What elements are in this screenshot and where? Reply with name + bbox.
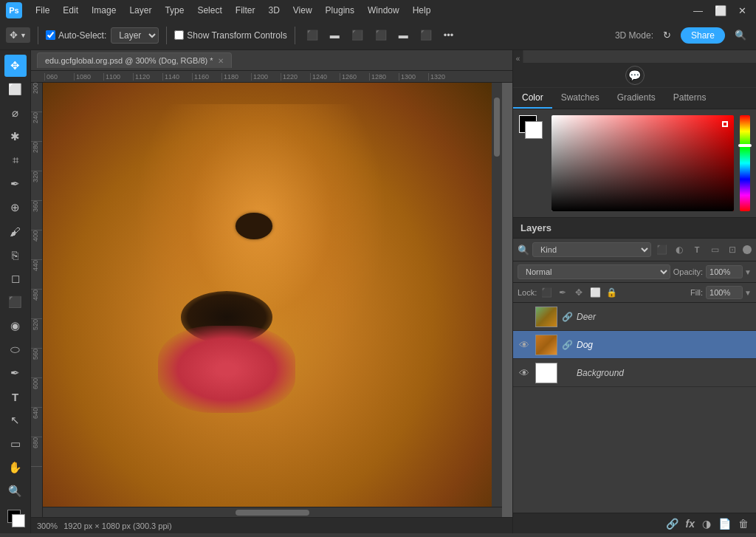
filter-adjustment-icon[interactable]: ◐ [672, 242, 687, 257]
show-transform-label: Show Transform Controls [187, 30, 286, 41]
shape-tool[interactable]: ▭ [4, 433, 27, 455]
move-tool-button[interactable]: ✥ ▼ [6, 27, 30, 43]
filter-pixel-icon[interactable]: ⬛ [654, 242, 669, 257]
align-right-button[interactable]: ⬛ [348, 27, 367, 43]
layer-eye-background[interactable]: 👁 [518, 367, 531, 379]
align-center-button[interactable]: ▬ [326, 27, 343, 43]
canvas-tab[interactable]: edu.gcfglobal.org.psd @ 300% (Dog, RGB/8… [37, 52, 232, 68]
lock-move-icon[interactable]: ✥ [572, 286, 585, 299]
clone-tool[interactable]: ⎘ [4, 244, 27, 266]
panel-collapse-strip[interactable]: « [513, 50, 523, 63]
auto-select-checkbox[interactable]: Auto-Select: [46, 30, 106, 41]
filter-shape-icon[interactable]: ▭ [707, 242, 722, 257]
layer-row-dog[interactable]: 👁 🔗 Dog [513, 331, 756, 359]
minimize-button[interactable]: — [690, 3, 707, 18]
menu-layer[interactable]: Layer [123, 4, 157, 17]
lock-paint-icon[interactable]: ✒ [556, 286, 569, 299]
tab-color[interactable]: Color [513, 88, 552, 109]
share-button[interactable]: Share [681, 27, 725, 44]
move-tool[interactable]: ✥ [4, 55, 27, 77]
layer-row-deer[interactable]: 👁 🔗 Deer [513, 303, 756, 331]
lasso-tool[interactable]: ⌀ [4, 102, 27, 124]
menu-select[interactable]: Select [191, 4, 227, 17]
ruler-marks: 060 1080 1100 1120 1140 1160 1180 1200 1… [44, 73, 458, 81]
path-select-tool[interactable]: ↖ [4, 409, 27, 431]
tab-close-icon[interactable]: ✕ [218, 57, 224, 65]
opacity-value[interactable]: 100% [706, 265, 743, 278]
zoom-tool[interactable]: 🔍 [4, 480, 27, 502]
more-button[interactable]: ••• [440, 27, 458, 43]
delete-layer-button[interactable]: 🗑 [737, 516, 750, 531]
new-fill-layer-button[interactable]: ◑ [701, 516, 712, 531]
lock-artboard-icon[interactable]: ⬜ [588, 286, 602, 299]
show-transform-input[interactable] [174, 30, 184, 40]
pen-tool[interactable]: ✒ [4, 362, 27, 384]
canvas-content[interactable] [43, 83, 512, 517]
menu-help[interactable]: Help [407, 4, 437, 17]
fill-dropdown-arrow[interactable]: ▼ [744, 289, 752, 297]
menu-filter[interactable]: Filter [230, 4, 261, 17]
ruler-v-mark-520: 520 [31, 319, 42, 349]
dodge-tool[interactable]: ⬭ [4, 338, 27, 360]
background-color[interactable] [12, 514, 25, 527]
background-swatch[interactable] [525, 121, 543, 139]
marquee-tool[interactable]: ⬜ [4, 78, 27, 100]
horizontal-scrollbar[interactable] [43, 507, 502, 517]
filter-smart-icon[interactable]: ⊡ [725, 242, 740, 257]
blur-tool[interactable]: ◉ [4, 315, 27, 337]
auto-select-input[interactable] [46, 30, 55, 40]
eyedropper-tool[interactable]: ✒ [4, 173, 27, 195]
menu-window[interactable]: Window [362, 4, 405, 17]
menu-3d[interactable]: 3D [262, 4, 285, 17]
vertical-scrollbar[interactable] [492, 83, 502, 517]
fill-value[interactable]: 100% [706, 286, 743, 299]
type-tool[interactable]: T [4, 386, 27, 408]
filter-type-icon[interactable]: T [690, 242, 704, 257]
lock-all-icon[interactable]: 🔒 [605, 286, 618, 299]
restore-button[interactable]: ⬜ [711, 3, 730, 18]
link-layers-button[interactable]: 🔗 [664, 516, 680, 531]
fg-bg-colors[interactable] [4, 507, 27, 529]
opacity-dropdown-arrow[interactable]: ▼ [744, 268, 752, 276]
blend-mode-dropdown[interactable]: Normal [518, 264, 670, 279]
layer-eye-dog[interactable]: 👁 [518, 339, 531, 351]
crop-tool[interactable]: ⌗ [4, 149, 27, 171]
eraser-tool[interactable]: ◻ [4, 267, 27, 290]
filter-toggle[interactable] [743, 245, 752, 254]
gradient-tool[interactable]: ⬛ [4, 291, 27, 313]
align-left-button[interactable]: ⬛ [303, 27, 322, 43]
new-layer-button[interactable]: 📄 [717, 516, 732, 531]
menu-edit[interactable]: Edit [57, 4, 84, 17]
menu-file[interactable]: File [30, 4, 55, 17]
menu-plugins[interactable]: Plugins [320, 4, 360, 17]
distribute-mid-button[interactable]: ▬ [395, 27, 412, 43]
rotate-3d-button[interactable]: ↻ [659, 27, 675, 43]
layers-filter-dropdown[interactable]: Kind [532, 242, 651, 257]
fg-bg-swatch-container[interactable] [519, 115, 546, 142]
distribute-bottom-button[interactable]: ⬛ [416, 27, 436, 43]
menu-image[interactable]: Image [86, 4, 122, 17]
distribute-top-button[interactable]: ⬛ [371, 27, 391, 43]
color-saturation-lightness-picker[interactable] [551, 115, 734, 211]
healing-brush-tool[interactable]: ⊕ [4, 196, 27, 219]
layer-select[interactable]: Layer [111, 27, 159, 44]
fx-button[interactable]: fx [684, 516, 696, 531]
lock-pixels-icon[interactable]: ⬛ [540, 286, 553, 299]
show-transform-checkbox[interactable]: Show Transform Controls [174, 30, 286, 41]
quick-select-tool[interactable]: ✱ [4, 126, 27, 148]
search-button[interactable]: 🔍 [731, 27, 750, 43]
vertical-scroll-thumb[interactable] [494, 98, 500, 157]
tab-patterns[interactable]: Patterns [664, 88, 715, 109]
tab-gradients[interactable]: Gradients [608, 88, 664, 109]
menu-type[interactable]: Type [159, 4, 190, 17]
hand-tool[interactable]: ✋ [4, 456, 27, 479]
3d-mode-label: 3D Mode: [615, 30, 653, 41]
comment-button[interactable]: 💬 [625, 66, 645, 85]
color-hue-slider[interactable] [740, 115, 750, 211]
close-button[interactable]: ✕ [735, 3, 750, 18]
brush-tool[interactable]: 🖌 [4, 220, 27, 242]
horizontal-scroll-thumb[interactable] [236, 510, 309, 516]
layer-row-background[interactable]: 👁 Background [513, 359, 756, 387]
menu-view[interactable]: View [287, 4, 318, 17]
tab-swatches[interactable]: Swatches [552, 88, 608, 109]
